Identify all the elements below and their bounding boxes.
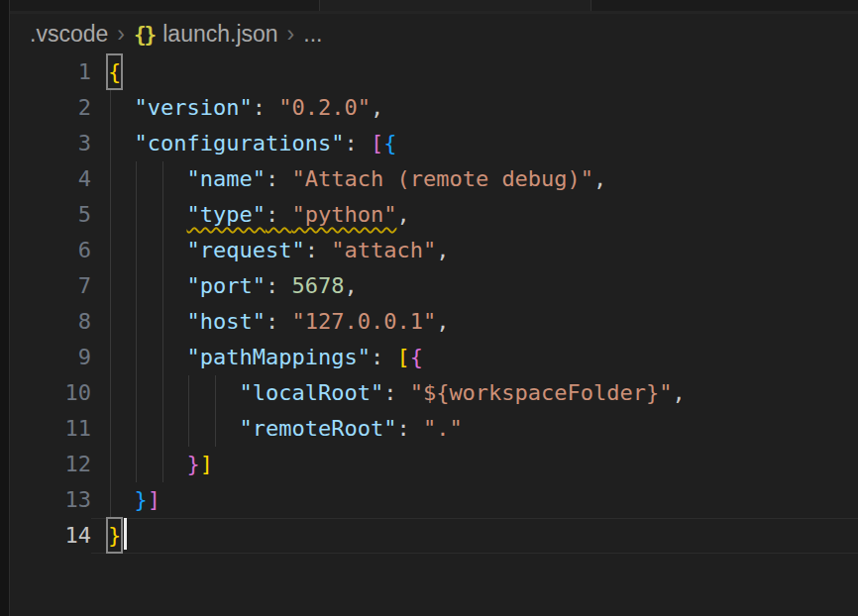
line-number[interactable]: 1 xyxy=(10,54,91,90)
code-line-2[interactable]: 2"version": "0.2.0", xyxy=(10,90,858,126)
breadcrumb-folder[interactable]: .vscode xyxy=(30,21,108,48)
code-content[interactable]: } xyxy=(91,518,858,554)
code-text: "version": "0.2.0", xyxy=(108,95,383,120)
code-content[interactable]: "type": "python", xyxy=(91,197,858,233)
code-token: ] xyxy=(148,487,161,512)
tab-2[interactable] xyxy=(320,0,591,11)
breadcrumb: .vscode › {} launch.json › ... xyxy=(10,14,858,54)
code-line-1[interactable]: 1{ xyxy=(10,54,858,90)
code-token: : xyxy=(371,345,397,369)
code-token: , xyxy=(593,166,606,191)
code-token: "127.0.0.1" xyxy=(291,309,436,334)
code-text: } xyxy=(108,523,127,548)
line-number[interactable]: 14 xyxy=(10,518,91,554)
code-content[interactable]: "remoteRoot": "." xyxy=(91,411,858,447)
line-number[interactable]: 3 xyxy=(10,126,91,161)
chevron-right-icon: › xyxy=(108,21,134,48)
code-token: [ xyxy=(396,345,409,369)
code-line-6[interactable]: 6"request": "attach", xyxy=(10,233,858,268)
code-token: "pathMappings" xyxy=(186,345,370,369)
code-token: : xyxy=(383,380,410,405)
code-token: "version" xyxy=(134,95,252,120)
code-text: "host": "127.0.0.1", xyxy=(108,309,449,334)
code-line-5[interactable]: 5"type": "python", xyxy=(10,197,858,233)
code-token: { xyxy=(410,345,423,369)
code-line-13[interactable]: 13}] xyxy=(10,482,858,518)
code-token: { xyxy=(383,131,396,155)
code-token: "${workspaceFolder}" xyxy=(410,380,673,405)
code-line-10[interactable]: 10"localRoot": "${workspaceFolder}", xyxy=(10,375,858,411)
tab-3[interactable] xyxy=(591,0,858,11)
code-text: "localRoot": "${workspaceFolder}", xyxy=(108,380,686,405)
code-line-8[interactable]: 8"host": "127.0.0.1", xyxy=(10,304,858,340)
line-number[interactable]: 8 xyxy=(10,304,91,340)
code-text: "name": "Attach (remote debug)", xyxy=(108,166,606,191)
line-number[interactable]: 11 xyxy=(10,411,91,447)
code-content[interactable]: "localRoot": "${workspaceFolder}", xyxy=(91,375,858,411)
code-text: }] xyxy=(108,452,213,476)
code-token: , xyxy=(436,309,449,334)
code-line-12[interactable]: 12}] xyxy=(10,447,858,482)
code-content[interactable]: "version": "0.2.0", xyxy=(91,90,858,126)
code-token: "localRoot" xyxy=(239,380,383,405)
code-token: : xyxy=(344,131,371,155)
code-token: "request" xyxy=(186,238,304,262)
code-text: "pathMappings": [{ xyxy=(108,345,423,369)
breadcrumb-symbol[interactable]: ... xyxy=(303,21,322,48)
code-content[interactable]: "configurations": [{ xyxy=(91,126,858,161)
code-token: : xyxy=(266,166,292,191)
text-cursor xyxy=(124,518,127,550)
code-token: } xyxy=(134,487,147,512)
code-token: "remoteRoot" xyxy=(239,416,396,441)
code-content[interactable]: "pathMappings": [{ xyxy=(91,340,858,375)
line-number[interactable]: 10 xyxy=(10,375,91,411)
code-token: : xyxy=(305,238,332,262)
code-token: : xyxy=(266,273,292,298)
code-line-7[interactable]: 7"port": 5678, xyxy=(10,268,858,304)
code-token: , xyxy=(371,95,383,120)
code-content[interactable]: { xyxy=(91,54,858,90)
code-content[interactable]: "request": "attach", xyxy=(91,233,858,268)
code-line-4[interactable]: 4"name": "Attach (remote debug)", xyxy=(10,161,858,197)
line-number[interactable]: 6 xyxy=(10,233,91,268)
code-token: , xyxy=(396,202,409,227)
line-number[interactable]: 13 xyxy=(10,482,91,518)
code-editor[interactable]: 1{2"version": "0.2.0",3"configurations":… xyxy=(10,54,858,554)
line-number[interactable]: 12 xyxy=(10,447,91,482)
chevron-right-icon: › xyxy=(278,21,304,48)
line-number[interactable]: 7 xyxy=(10,268,91,304)
code-token: "." xyxy=(423,416,463,441)
code-token: "type" xyxy=(186,202,265,227)
json-file-icon: {} xyxy=(134,23,155,47)
code-line-14[interactable]: 14} xyxy=(10,518,858,554)
code-token: } xyxy=(186,452,199,476)
code-content[interactable]: }] xyxy=(91,447,858,482)
line-number[interactable]: 5 xyxy=(10,197,91,233)
code-text: "remoteRoot": "." xyxy=(108,416,463,441)
tab-bar xyxy=(10,0,858,14)
code-line-3[interactable]: 3"configurations": [{ xyxy=(10,126,858,161)
bracket-match: { xyxy=(106,53,123,90)
code-token: , xyxy=(344,273,357,298)
code-token: "port" xyxy=(186,273,265,298)
code-content[interactable]: "name": "Attach (remote debug)", xyxy=(91,161,858,197)
code-text: "type": "python", xyxy=(108,202,410,227)
code-token: : xyxy=(266,309,292,334)
code-line-11[interactable]: 11"remoteRoot": "." xyxy=(10,411,858,447)
tab-1[interactable] xyxy=(10,0,320,11)
breadcrumb-file[interactable]: launch.json xyxy=(162,21,277,48)
code-token: "python" xyxy=(291,202,396,227)
line-number[interactable]: 9 xyxy=(10,340,91,375)
code-token: : xyxy=(253,95,279,120)
code-text: "request": "attach", xyxy=(108,238,449,262)
code-token: 5678 xyxy=(291,273,344,298)
code-line-9[interactable]: 9"pathMappings": [{ xyxy=(10,340,858,375)
code-content[interactable]: "host": "127.0.0.1", xyxy=(91,304,858,340)
code-content[interactable]: }] xyxy=(91,482,858,518)
code-token: "host" xyxy=(186,309,265,334)
line-number[interactable]: 2 xyxy=(10,90,91,126)
code-token: , xyxy=(673,380,686,405)
code-content[interactable]: "port": 5678, xyxy=(91,268,858,304)
line-number[interactable]: 4 xyxy=(10,161,91,197)
code-token: , xyxy=(436,238,449,262)
